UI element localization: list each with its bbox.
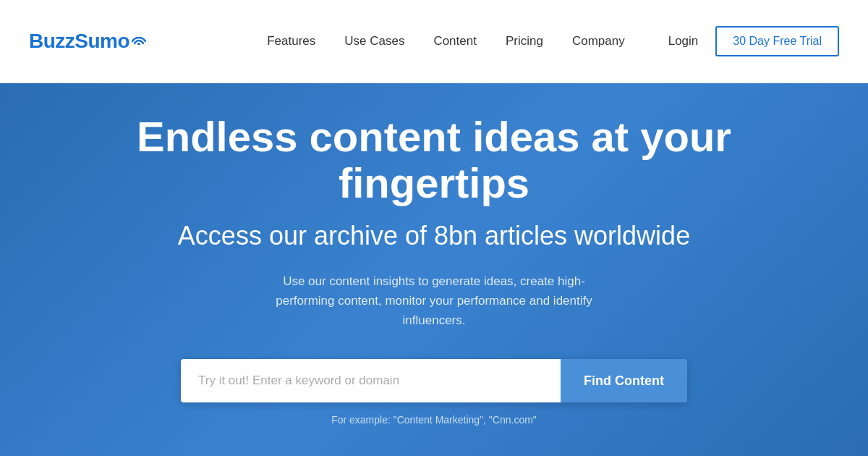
hero-section: Endless content ideas at your fingertips…	[0, 83, 868, 456]
hero-description: Use our content insights to generate ide…	[275, 271, 593, 331]
header: BuzzSumo Features Use Cases Content Pric…	[0, 0, 868, 83]
hero-subtitle: Access our archive of 8bn articles world…	[178, 221, 690, 251]
nav-item-company[interactable]: Company	[572, 34, 625, 48]
svg-point-0	[137, 43, 140, 45]
nav-item-content[interactable]: Content	[433, 34, 477, 48]
nav-item-pricing[interactable]: Pricing	[506, 34, 543, 48]
search-input[interactable]	[181, 359, 561, 402]
logo-signal-icon	[131, 32, 147, 48]
main-nav: Features Use Cases Content Pricing Compa…	[267, 34, 625, 48]
trial-button[interactable]: 30 Day Free Trial	[715, 26, 839, 56]
nav-item-features[interactable]: Features	[267, 34, 315, 48]
logo-text: BuzzSumo	[29, 30, 129, 53]
hero-title: Endless content ideas at your fingertips	[72, 114, 796, 206]
find-content-button[interactable]: Find Content	[561, 359, 687, 402]
search-example-text: For example: "Content Marketing", "Cnn.c…	[331, 414, 537, 426]
logo[interactable]: BuzzSumo	[29, 30, 147, 53]
login-link[interactable]: Login	[668, 34, 699, 48]
nav-item-use-cases[interactable]: Use Cases	[344, 34, 404, 48]
header-actions: Login 30 Day Free Trial	[668, 26, 839, 56]
search-container: Find Content	[181, 359, 687, 402]
